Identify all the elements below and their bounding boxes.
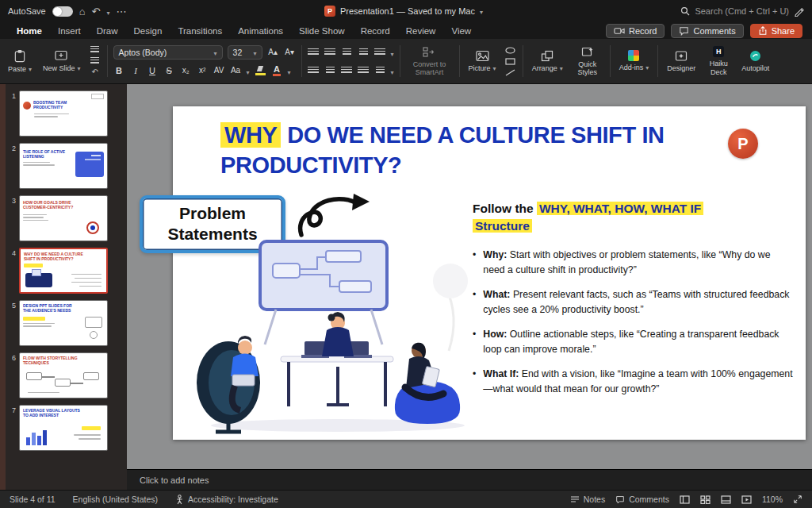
slide-title[interactable]: WHY DO WE NEED A CULTURE SHIFT IN PRODUC… (220, 121, 728, 180)
share-button[interactable]: Share (750, 24, 802, 38)
add-ins-button[interactable]: Add-ins (616, 48, 653, 73)
designer-button[interactable]: Designer (664, 48, 699, 74)
tab-insert[interactable]: Insert (51, 25, 88, 37)
slide-layout-button[interactable] (89, 46, 102, 55)
thumbnail-preview: BOOSTING TEAM PRODUCTIVITY (23, 101, 104, 117)
accessibility-button[interactable]: Accessibility: Investigate (175, 495, 278, 505)
justify-button[interactable] (358, 64, 370, 76)
tab-review[interactable]: Review (399, 25, 443, 37)
curved-arrow[interactable] (293, 184, 381, 241)
align-right-button[interactable] (341, 64, 353, 76)
undo-caret[interactable] (106, 6, 109, 17)
tab-home[interactable]: Home (10, 25, 49, 37)
new-slide-caret[interactable] (78, 64, 81, 72)
search-field[interactable]: Search (Cmd + Ctrl + U) (695, 6, 789, 16)
reading-view-button[interactable] (721, 495, 731, 504)
slide-thumbnail-2[interactable]: THE ROLE OF ACTIVE LISTENING (19, 143, 108, 189)
underline-button[interactable]: U (147, 64, 159, 76)
normal-view-button[interactable] (680, 495, 690, 504)
indent-decrease-button[interactable] (341, 46, 353, 58)
record-button[interactable]: Record (606, 24, 665, 38)
icons-button[interactable] (504, 68, 517, 77)
tab-animations[interactable]: Animations (231, 25, 290, 37)
picture-button[interactable]: Picture (465, 48, 500, 74)
picture-caret[interactable] (493, 64, 496, 72)
text-direction-caret[interactable] (391, 64, 394, 78)
paste-button[interactable]: Paste (5, 48, 35, 75)
tab-draw[interactable]: Draw (90, 25, 125, 37)
slide-thumbnail-3[interactable]: HOW OUR GOALS DRIVE CUSTOMER-CENTRICITY? (19, 195, 108, 241)
bullets-button[interactable] (308, 46, 320, 58)
slide-thumbnail-5[interactable]: DESIGN PPT SLIDES FOR THE AUDIENCE'S NEE… (19, 300, 108, 346)
slide-thumbnail-6[interactable]: FLOW WITH STORYTELLING TECHNIQUES (19, 352, 108, 398)
notes-area[interactable]: Click to add notes (127, 469, 812, 490)
tab-transitions[interactable]: Transitions (170, 25, 229, 37)
quick-styles-button[interactable]: Quick Styles (571, 44, 604, 79)
change-case-button[interactable]: Aa (230, 64, 242, 76)
arrange-button[interactable]: Arrange (529, 48, 566, 74)
normal-view-icon (680, 495, 690, 504)
team-illustration[interactable] (187, 240, 481, 434)
bold-button[interactable]: B (113, 64, 125, 76)
line-spacing-button[interactable] (374, 46, 386, 58)
slide-thumbnail-4-selected[interactable]: WHY DO WE NEED A CULTURE SHIFT IN PRODUC… (19, 248, 108, 294)
align-center-button[interactable] (324, 64, 336, 76)
tab-record[interactable]: Record (354, 25, 397, 37)
tab-design[interactable]: Design (127, 25, 170, 37)
autosave-toggle[interactable] (52, 6, 73, 17)
indent-increase-button[interactable] (358, 46, 370, 58)
tab-slide-show[interactable]: Slide Show (292, 25, 352, 37)
subscript-button[interactable]: x₂ (180, 64, 192, 76)
home-icon[interactable] (79, 6, 86, 17)
pen-icon[interactable] (794, 6, 804, 17)
font-color-caret[interactable] (288, 64, 291, 78)
slide-thumbnail-1[interactable]: BOOSTING TEAM PRODUCTIVITY (19, 90, 108, 137)
character-spacing-button[interactable]: AV (213, 64, 225, 76)
superscript-button[interactable]: x² (197, 64, 209, 76)
document-title-caret[interactable] (480, 6, 483, 16)
numbering-button[interactable] (324, 46, 336, 58)
highlight-color-button[interactable] (255, 64, 266, 76)
columns-button[interactable] (374, 64, 386, 76)
comments-toggle[interactable]: Comments (615, 495, 669, 504)
font-size-select[interactable]: 32 (228, 45, 262, 60)
comments-button[interactable]: Comments (671, 24, 743, 38)
change-case-caret[interactable] (247, 64, 250, 78)
ribbon-divider (657, 45, 658, 77)
document-title[interactable]: Presentation1 — Saved to my Mac (340, 6, 475, 16)
new-slide-button[interactable]: New Slide (40, 48, 84, 74)
text-box-button[interactable] (504, 57, 517, 66)
fit-slide-button[interactable] (793, 495, 802, 504)
slide-thumbnail-7[interactable]: LEVERAGE VISUAL LAYOUTS TO ADD INTEREST (19, 405, 108, 451)
autopilot-button[interactable]: Autopilot (738, 48, 772, 74)
slide-section-button[interactable] (89, 57, 102, 66)
strikethrough-button[interactable]: S (163, 64, 175, 76)
thumbnail-number: 2 (0, 143, 16, 189)
arrange-caret[interactable] (560, 64, 563, 72)
powerpoint-logo[interactable]: P (728, 129, 758, 159)
line-spacing-caret[interactable] (391, 45, 394, 60)
language-button[interactable]: English (United States) (73, 495, 158, 504)
font-name-select[interactable]: Aptos (Body) (113, 45, 223, 60)
font-color-button[interactable]: A (271, 64, 283, 76)
structure-text-block[interactable]: Follow the WHY, WHAT, HOW, WHAT IF Struc… (473, 200, 793, 406)
tab-view[interactable]: View (444, 25, 478, 37)
more-commands-button[interactable] (116, 6, 126, 17)
paste-caret[interactable] (29, 65, 32, 73)
slideshow-button[interactable] (741, 495, 752, 504)
zoom-level[interactable]: 110% (762, 495, 783, 504)
haiku-deck-button[interactable]: H Haiku Deck (703, 44, 733, 78)
slide-sorter-button[interactable] (700, 495, 710, 504)
shrink-font-button[interactable] (284, 46, 296, 58)
slide-reset-button[interactable] (89, 68, 102, 77)
grow-font-button[interactable] (267, 46, 279, 58)
italic-button[interactable]: I (130, 64, 142, 76)
shapes-button[interactable] (504, 46, 517, 55)
slide-4[interactable]: WHY DO WE NEED A CULTURE SHIFT IN PRODUC… (173, 106, 806, 440)
add-ins-caret[interactable] (645, 64, 649, 71)
undo-button[interactable] (92, 6, 101, 17)
convert-to-smartart-button[interactable]: Convert to SmartArt (406, 44, 454, 79)
align-left-button[interactable] (308, 64, 320, 76)
notes-toggle[interactable]: Notes (570, 495, 605, 504)
slide-canvas[interactable]: WHY DO WE NEED A CULTURE SHIFT IN PRODUC… (127, 84, 812, 469)
